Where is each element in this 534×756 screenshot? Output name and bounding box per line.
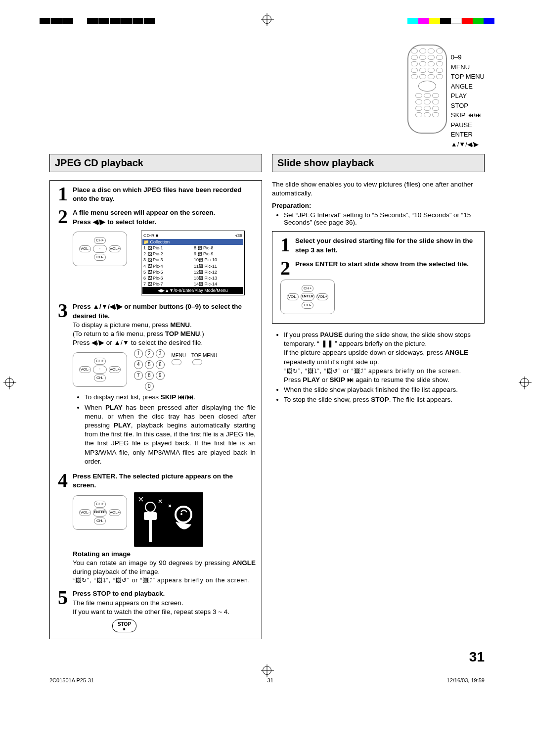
ss-step1: Select your desired starting file for th… xyxy=(295,236,478,254)
fm-item: 7 🖼 Pic-7 xyxy=(142,281,193,287)
dpad-right: VOL+ xyxy=(109,245,121,252)
fm-item: 6 🖼 Pic-6 xyxy=(142,275,193,281)
fm-item: 3 🖼 Pic-3 xyxy=(142,257,193,263)
remote-label: ANGLE xyxy=(451,82,485,92)
remote-label: ▲/▼/◀/▶ xyxy=(451,140,485,149)
registration-mark-bottom xyxy=(0,666,534,676)
fm-header-left: CD-R ■ xyxy=(143,233,158,238)
svg-rect-5 xyxy=(144,512,157,520)
color-bars xyxy=(407,18,494,24)
remote-label: SKIP ⏮/⏭ xyxy=(451,110,485,120)
fm-item: 13🖼 Pic-13 xyxy=(193,275,243,281)
file-menu-screenshot: CD-R ■-/36 📁 Collection 1 🖼 Pic-1 2 🖼 Pi… xyxy=(141,231,245,295)
ss-step2: Press ENTER to start slide show from the… xyxy=(295,260,478,277)
fm-item: 1 🖼 Pic-1 xyxy=(142,245,193,251)
remote-label: 0–9 xyxy=(451,52,485,62)
step3-line4: Press ◀/▶ or ▲/▼ to select the desired f… xyxy=(73,338,256,347)
slideshow-intro: The slide show enables you to view pictu… xyxy=(272,180,485,198)
dpad-center: · xyxy=(93,245,107,253)
step2-line1: A file menu screen will appear on the sc… xyxy=(73,208,256,217)
dpad-diagram-enter: CH+ VOL-ENTERVOL+ CH- xyxy=(73,495,127,530)
page-number: 31 xyxy=(0,646,534,666)
rotating-head: Rotating an image xyxy=(73,550,256,559)
fm-footer: ◀▶▲▼/0-9/Enter/Play Mode/Menu xyxy=(142,287,243,294)
fm-item: 8 🖼 Pic-8 xyxy=(193,245,243,251)
dpad-left: VOL- xyxy=(79,245,91,252)
step5-line1: Press STOP to end playback. xyxy=(73,589,256,598)
fm-item: 2 🖼 Pic-2 xyxy=(142,251,193,257)
print-footer: 2C01501A P25-31 31 12/16/03, 19:59 xyxy=(0,676,534,688)
step5-line3: If you want to watch the other file, rep… xyxy=(73,608,256,616)
step-number-2: 2 xyxy=(278,260,292,277)
step3-bullet2: When PLAY has been pressed after display… xyxy=(85,403,256,467)
ss-bullet2: When the slide show playback finished th… xyxy=(284,385,485,394)
fm-item: 14🖼 Pic-14 xyxy=(193,281,243,287)
remote-label: ENTER xyxy=(451,130,485,140)
black-density-bars xyxy=(40,18,155,24)
step4-text: Press ENTER. The selected picture appear… xyxy=(73,472,256,490)
footer-page: 31 xyxy=(267,677,273,683)
dpad-diagram-enter: CH+ VOL-ENTERVOL+ CH- xyxy=(280,280,335,314)
slideshow-steps-box: 1 Select your desired starting file for … xyxy=(272,231,485,323)
dpad-up: CH+ xyxy=(94,237,106,244)
step1-text: Place a disc on which JPEG files have be… xyxy=(73,186,256,203)
fm-header-right: -/36 xyxy=(234,233,242,238)
registration-mark-left xyxy=(5,378,14,388)
number-buttons-diagram: 123456789 0 xyxy=(134,349,165,391)
fm-folder: Collection xyxy=(150,239,170,244)
step2-line2: Press ◀/▶ to select folder. xyxy=(73,218,256,227)
fm-item: 12🖼 Pic-12 xyxy=(193,269,243,275)
step-number-1: 1 xyxy=(56,186,70,203)
picture-illustration xyxy=(134,492,203,547)
slideshow-playback-title: Slide show playback xyxy=(272,154,485,172)
fm-item: 4 🖼 Pic-4 xyxy=(142,263,193,269)
step-number-1: 1 xyxy=(278,236,292,254)
dpad-diagram: CH+ VOL-·VOL+ CH- xyxy=(73,352,127,387)
rotating-icons: “🖼↻”, “🖼⤵”, “🖼↺” or “🖼⤴” appears briefly… xyxy=(73,576,256,584)
step-number-5: 5 xyxy=(56,589,70,632)
svg-point-3 xyxy=(180,513,182,515)
preparation-head: Preparation: xyxy=(272,202,485,209)
menu-button-labels: MENU TOP MENU xyxy=(172,352,218,367)
fm-item: 11🖼 Pic-11 xyxy=(193,263,243,269)
registration-mark-right xyxy=(520,378,529,388)
preparation-body: Set “JPEG Interval” setting to “5 Second… xyxy=(284,211,485,226)
rotating-body: You can rotate an image by 90 degrees by… xyxy=(73,559,256,576)
step5-line2: The file menu appears on the screen. xyxy=(73,599,256,608)
step-number-2: 2 xyxy=(56,208,70,297)
step-number-4: 4 xyxy=(56,472,70,584)
stop-button-diagram: STOP xyxy=(112,619,136,632)
fm-item: 5 🖼 Pic-5 xyxy=(142,269,193,275)
remote-label: PLAY xyxy=(451,91,485,101)
fm-item: 10🖼 Pic-10 xyxy=(193,257,243,263)
step3-line3: (To return to a file menu, press TOP MEN… xyxy=(73,330,256,338)
step3-bullet1: To display next list, press SKIP ⏮/⏭. xyxy=(85,393,256,402)
footer-timestamp: 12/16/03, 19:59 xyxy=(447,677,485,683)
jpeg-steps-box: 1 Place a disc on which JPEG files have … xyxy=(49,180,262,639)
remote-reference: 0–9 MENU TOP MENU ANGLE PLAY STOP SKIP ⏮… xyxy=(0,45,534,154)
step3-line1: Press ▲/▼/◀/▶ or number buttons (0–9) to… xyxy=(73,302,256,320)
registration-mark-top xyxy=(263,15,271,26)
print-registration-area xyxy=(0,0,534,45)
step-number-3: 3 xyxy=(56,302,70,467)
dpad-down: CH- xyxy=(94,254,106,261)
remote-outline xyxy=(407,45,447,134)
fm-item: 9 🖼 Pic-9 xyxy=(193,251,243,257)
svg-rect-4 xyxy=(149,517,152,542)
jpeg-cd-playback-title: JPEG CD playback xyxy=(49,154,262,172)
remote-label-list: 0–9 MENU TOP MENU ANGLE PLAY STOP SKIP ⏮… xyxy=(451,45,485,149)
remote-label: STOP xyxy=(451,101,485,111)
step3-line2: To display a picture menu, press MENU. xyxy=(73,321,256,330)
ss-bullet1: If you press PAUSE during the slide show… xyxy=(284,331,485,384)
dpad-diagram: CH+ VOL- · VOL+ CH- xyxy=(73,232,127,266)
footer-doc-id: 2C01501A P25-31 xyxy=(49,677,94,683)
ss-bullet3: To stop the slide show, press STOP. The … xyxy=(284,395,485,404)
remote-label: TOP MENU xyxy=(451,72,485,82)
remote-label: PAUSE xyxy=(451,120,485,130)
remote-label: MENU xyxy=(451,62,485,72)
